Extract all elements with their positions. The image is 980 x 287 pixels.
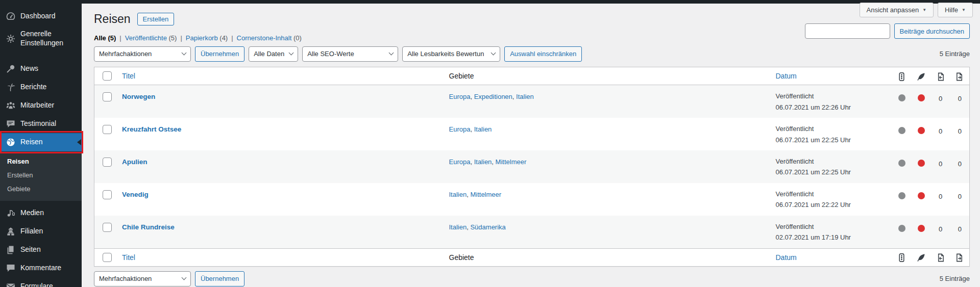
column-header-gebiete: Gebiete	[444, 67, 771, 85]
admin-bar	[0, 0, 980, 4]
bulk-actions-select[interactable]: Mehrfachaktionen	[94, 46, 191, 62]
pin-icon	[6, 64, 16, 74]
readability-score-dot	[918, 94, 925, 101]
gebiet-link[interactable]: Europa	[449, 93, 471, 100]
gebiet-link[interactable]: Italien	[516, 93, 534, 100]
palm-icon	[6, 82, 16, 92]
view-link-alle[interactable]: Alle (5)	[94, 34, 116, 42]
outgoing-links-count: 0	[950, 150, 970, 183]
gebiet-link[interactable]: Europa	[449, 125, 471, 133]
chevron-down-icon	[182, 275, 187, 280]
row-checkbox[interactable]	[103, 125, 112, 134]
seo-score-icon	[892, 248, 912, 266]
column-header-titel[interactable]: Titel	[122, 72, 135, 80]
view-link-papierkorb[interactable]: Papierkorb (4)	[186, 34, 228, 42]
seo-filter-select[interactable]: Alle SEO-Werte	[302, 46, 398, 62]
screen-options-button[interactable]: Ansicht anpassen ▼	[860, 3, 934, 17]
post-title-link[interactable]: Norwegen	[122, 93, 155, 100]
outgoing-links-count: 0	[950, 85, 970, 118]
incoming-links-icon	[931, 248, 950, 266]
pages-icon	[6, 245, 16, 255]
mail-icon	[6, 281, 16, 287]
items-count-bottom: 5 Einträge	[940, 275, 970, 282]
sidebar-item-dashboard[interactable]: Dashboard	[0, 7, 82, 25]
column-header-datum[interactable]: Datum	[776, 72, 797, 80]
gebiet-link[interactable]: Italien	[474, 158, 492, 166]
gebiet-link[interactable]: Italien	[474, 125, 492, 133]
gebiet-link[interactable]: Expeditionen	[474, 93, 512, 100]
submenu-item-gebiete[interactable]: Gebiete	[0, 182, 82, 196]
apply-button-bottom[interactable]: Übernehmen	[195, 271, 244, 286]
sidebar-item-label: Reisen	[20, 138, 43, 147]
items-count: 5 Einträge	[940, 50, 970, 58]
row-checkbox[interactable]	[103, 92, 112, 101]
gebiet-link[interactable]: Südamerika	[470, 223, 505, 231]
post-title-link[interactable]: Kreuzfahrt Ostsee	[122, 125, 181, 133]
gebiet-link[interactable]: Europa	[449, 158, 471, 166]
outgoing-links-count: 0	[950, 216, 970, 248]
column-header-datum[interactable]: Datum	[776, 253, 797, 262]
select-all-checkbox[interactable]	[103, 253, 112, 262]
help-button[interactable]: Hilfe ▼	[938, 3, 973, 17]
sidebar-item-news[interactable]: News	[0, 60, 82, 78]
sidebar-item-seiten[interactable]: Seiten	[0, 241, 82, 259]
seo-score-dot	[898, 192, 905, 199]
post-title-link[interactable]: Chile Rundreise	[122, 223, 175, 231]
readability-score-icon	[912, 248, 931, 266]
sidebar-item-medien[interactable]: Medien	[0, 204, 82, 222]
sidebar-item-generelle-einstellungen[interactable]: Generelle Einstellungen	[0, 25, 82, 51]
sidebar-item-reisen[interactable]: Reisen	[0, 133, 82, 151]
readability-score-dot	[918, 160, 925, 167]
search-input[interactable]	[805, 23, 890, 39]
view-link-cornerstone[interactable]: Cornerstone-Inhalt (0)	[237, 34, 302, 42]
gebiet-link[interactable]: Italien	[449, 191, 467, 198]
seo-score-dot	[898, 127, 905, 134]
seo-score-icon	[892, 67, 912, 85]
incoming-links-count: 0	[931, 85, 950, 118]
sidebar-item-formulare[interactable]: Formulare	[0, 277, 82, 287]
create-button[interactable]: Erstellen	[137, 13, 175, 25]
readability-score-dot	[918, 127, 925, 134]
people-icon	[6, 100, 16, 111]
sidebar-item-berichte[interactable]: Berichte	[0, 78, 82, 96]
view-link-veroeffentlichte[interactable]: Veröffentlichte (5)	[125, 34, 177, 42]
search-posts-button[interactable]: Beiträge durchsuchen	[894, 23, 970, 39]
sidebar-item-testimonial[interactable]: Testimonial	[0, 115, 82, 133]
table-row: Apulien Europa, Italien, Mittelmeer Verö…	[94, 150, 970, 183]
row-checkbox[interactable]	[103, 223, 112, 232]
post-date: 06.07.2021 um 22:26 Uhr	[776, 102, 887, 113]
incoming-links-count: 0	[931, 118, 950, 150]
outgoing-links-icon	[950, 67, 970, 85]
sidebar-item-mitarbeiter[interactable]: Mitarbeiter	[0, 96, 82, 115]
submenu-item-reisen[interactable]: Reisen	[0, 154, 82, 168]
readability-score-dot	[918, 192, 925, 199]
chevron-down-icon	[491, 50, 496, 56]
apply-button[interactable]: Übernehmen	[195, 46, 244, 62]
chevron-down-icon	[289, 50, 294, 56]
post-title-link[interactable]: Venedig	[122, 191, 149, 198]
filter-button[interactable]: Auswahl einschränken	[504, 46, 582, 62]
bulk-actions-select-bottom[interactable]: Mehrfachaktionen	[94, 271, 191, 286]
post-date: 06.07.2021 um 22:22 Uhr	[776, 199, 887, 210]
admin-sidebar: Dashboard Generelle Einstellungen News B…	[0, 0, 82, 287]
post-title-link[interactable]: Apulien	[122, 158, 148, 166]
post-date: 06.07.2021 um 22:25 Uhr	[776, 167, 887, 177]
row-checkbox[interactable]	[103, 190, 112, 199]
row-checkbox[interactable]	[103, 158, 112, 167]
select-all-checkbox[interactable]	[103, 71, 112, 81]
sidebar-item-filialen[interactable]: Filialen	[0, 222, 82, 241]
date-filter-select[interactable]: Alle Daten	[249, 46, 298, 62]
sidebar-item-kommentare[interactable]: Kommentare	[0, 259, 82, 277]
table-row: Venedig Italien, Mittelmeer Veröffentlic…	[94, 183, 970, 216]
gebiet-link[interactable]: Italien	[449, 223, 467, 231]
gebiet-link[interactable]: Mittelmeer	[470, 191, 501, 198]
settings-icon	[6, 34, 16, 44]
gebiet-link[interactable]: Mittelmeer	[496, 158, 527, 166]
globe-icon	[6, 137, 16, 147]
incoming-links-count: 0	[931, 150, 950, 183]
column-header-titel[interactable]: Titel	[122, 253, 135, 262]
dashboard-icon	[6, 11, 16, 21]
readability-filter-select[interactable]: Alle Lesbarkeits Bewertun	[402, 46, 500, 62]
building-icon	[6, 226, 16, 237]
submenu-item-erstellen[interactable]: Erstellen	[0, 168, 82, 182]
